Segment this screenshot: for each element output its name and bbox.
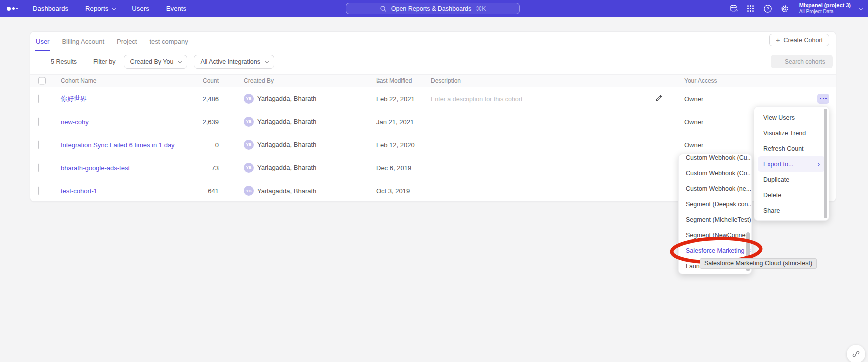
cohort-name-link[interactable]: 你好世界	[61, 94, 87, 103]
filter-bar: 5 Results Filter by Created By You All A…	[30, 53, 836, 71]
submenu-item-segment-3[interactable]: Segment (NewConnec...	[679, 227, 752, 243]
created-by-cell: YB Yarlagadda, Bharath	[244, 117, 316, 127]
menu-item-export-label: Export to...	[764, 161, 794, 168]
cohort-count: 0	[160, 141, 219, 148]
created-by-cell: YB Yarlagadda, Bharath	[244, 140, 316, 150]
settings-gear-icon[interactable]	[780, 4, 790, 13]
menu-item-duplicate[interactable]: Duplicate	[754, 172, 829, 187]
link-icon	[852, 350, 860, 358]
table-row: new-cohy 2,639 YB Yarlagadda, Bharath Ja…	[30, 110, 836, 133]
menu-item-delete[interactable]: Delete	[754, 187, 829, 203]
menu-item-visualize-trend[interactable]: Visualize Trend	[754, 125, 829, 141]
row-checkbox[interactable]	[38, 140, 40, 149]
nav-item-events[interactable]: Events	[166, 5, 186, 12]
divider	[85, 58, 86, 66]
help-icon[interactable]: ?	[764, 4, 772, 13]
access-cell: Owner	[684, 141, 704, 148]
submenu-item-segment-2[interactable]: Segment (MichelleTest)	[679, 212, 752, 227]
created-by-cell: YB Yarlagadda, Bharath	[244, 163, 316, 173]
submenu-arrow-icon: ›	[818, 160, 820, 168]
nav-item-label: Dashboards	[33, 5, 68, 12]
table-row: 你好世界 2,486 YB Yarlagadda, Bharath Feb 22…	[30, 87, 836, 110]
menu-item-share[interactable]: Share	[754, 203, 829, 218]
avatar: YB	[244, 186, 254, 196]
created-by-name: Yarlagadda, Bharath	[258, 141, 316, 148]
mixpanel-logo-icon[interactable]	[7, 7, 18, 11]
copy-link-button[interactable]	[847, 345, 866, 362]
nav-item-reports[interactable]: Reports	[86, 5, 115, 12]
avatar: YB	[244, 140, 254, 150]
last-modified-cell: Feb 12, 2020	[376, 141, 415, 148]
global-search-button[interactable]: Open Reports & Dashboards ⌘K	[346, 3, 520, 14]
tab-billing-account[interactable]: Billing Account	[62, 32, 105, 51]
row-checkbox[interactable]	[38, 117, 40, 126]
created-by-cell: YB Yarlagadda, Bharath	[244, 186, 316, 196]
submenu-item-custom-webhook-2[interactable]: Custom Webhook (Co...	[679, 165, 752, 181]
nav-item-label: Reports	[86, 5, 108, 12]
tab-user[interactable]: User	[36, 32, 50, 51]
cohort-name-link[interactable]: Integration Sync Failed 6 times in 1 day	[61, 141, 175, 148]
search-cohorts-input[interactable]	[771, 55, 833, 68]
svg-text:?: ?	[766, 6, 769, 11]
sort-icon	[378, 78, 380, 83]
project-selector[interactable]: Mixpanel (project 3) All Project Data	[800, 2, 851, 14]
cohort-name-link[interactable]: new-cohy	[61, 118, 89, 125]
submenu-item-custom-webhook-3[interactable]: Custom Webhook (ne...	[679, 181, 752, 196]
menu-item-export-to[interactable]: Export to... ›	[758, 156, 826, 172]
created-by-name: Yarlagadda, Bharath	[258, 187, 316, 195]
integrations-filter-dropdown[interactable]: All Active Integrations	[194, 55, 274, 69]
export-to-submenu: Custom Webhook (Cu... Custom Webhook (Co…	[678, 154, 752, 274]
nav-item-dashboards[interactable]: Dashboards	[33, 5, 68, 12]
cohort-tabs: User Billing Account Project test compan…	[30, 32, 189, 51]
last-modified-cell: Oct 3, 2019	[376, 187, 410, 195]
tab-project[interactable]: Project	[116, 32, 138, 51]
cohort-name-link[interactable]: test-cohort-1	[61, 187, 98, 195]
primary-nav: Dashboards Reports Users Events	[33, 5, 186, 12]
header-cohort-name: Cohort Name	[61, 77, 96, 84]
row-checkbox[interactable]	[38, 163, 40, 172]
row-checkbox[interactable]	[38, 187, 40, 195]
description-input[interactable]	[431, 95, 621, 102]
cohort-count: 641	[160, 187, 219, 195]
row-actions-more-button[interactable]	[818, 94, 830, 104]
edit-description-pencil-icon[interactable]	[656, 94, 663, 103]
cohort-count: 2,486	[160, 95, 219, 102]
create-cohort-button[interactable]: + Create Cohort	[770, 34, 830, 46]
nav-item-label: Events	[166, 5, 186, 12]
submenu-item-custom-webhook-1[interactable]: Custom Webhook (Cu...	[679, 154, 752, 165]
access-cell: Owner	[684, 95, 704, 102]
chevron-down-icon[interactable]	[859, 6, 863, 10]
created-by-cell: YB Yarlagadda, Bharath	[244, 94, 316, 104]
menu-scrollbar[interactable]	[824, 109, 828, 218]
data-integrations-icon[interactable]	[730, 4, 738, 13]
submenu-item-segment-1[interactable]: Segment (Deepak con...	[679, 196, 752, 212]
select-all-checkbox[interactable]	[38, 77, 46, 85]
header-created-by: Created By	[244, 77, 274, 84]
table-row: Integration Sync Failed 6 times in 1 day…	[30, 133, 836, 156]
cohort-count: 2,639	[160, 118, 219, 125]
created-by-filter-dropdown[interactable]: Created By You	[124, 55, 188, 69]
tab-test-company[interactable]: test company	[149, 32, 188, 51]
created-by-name: Yarlagadda, Bharath	[258, 118, 316, 125]
table-header-row: Cohort Name Count Created By Last Modifi…	[30, 74, 836, 87]
nav-item-users[interactable]: Users	[132, 5, 149, 12]
menu-item-view-users[interactable]: View Users	[754, 110, 829, 125]
header-your-access: Your Access	[684, 77, 718, 84]
cohort-name-link[interactable]: bharath-google-ads-test	[61, 164, 130, 171]
create-cohort-label: Create Cohort	[784, 37, 823, 44]
global-search-placeholder: Open Reports & Dashboards	[392, 5, 472, 12]
integrations-filter-value: All Active Integrations	[200, 58, 260, 65]
submenu-item-salesforce-marketing-cloud[interactable]: Salesforce Marketing C...	[679, 243, 752, 258]
search-shortcut-hint: ⌘K	[476, 5, 486, 12]
row-checkbox[interactable]	[38, 94, 40, 103]
project-name: Mixpanel (project 3)	[800, 2, 851, 9]
apps-grid-icon[interactable]	[746, 4, 756, 13]
avatar: YB	[244, 163, 254, 173]
avatar: YB	[244, 94, 254, 104]
menu-item-refresh-count[interactable]: Refresh Count	[754, 141, 829, 156]
header-description: Description	[431, 77, 461, 84]
navbar-right-cluster: ? Mixpanel (project 3) All Project Data	[730, 0, 862, 17]
results-count: 5 Results	[51, 58, 77, 65]
header-last-modified-label: Last Modified	[376, 77, 412, 84]
filter-by-label: Filter by	[94, 58, 116, 65]
